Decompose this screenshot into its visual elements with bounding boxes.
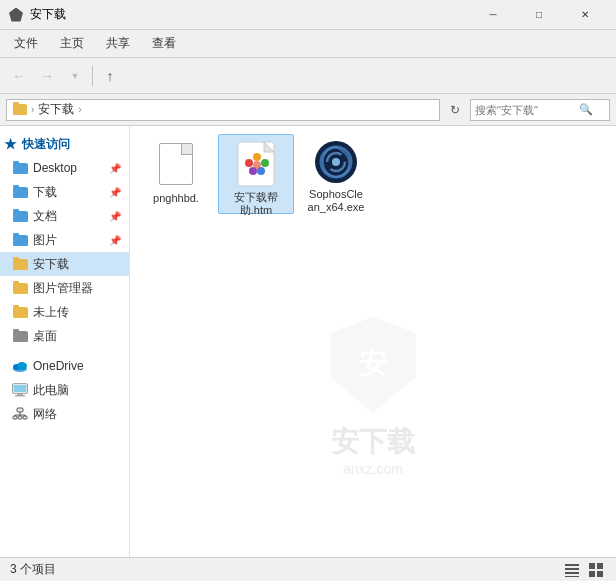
sidebar-label-pictures: 图片 xyxy=(33,232,57,249)
svg-rect-32 xyxy=(565,568,579,570)
sidebar-item-unuploaded[interactable]: 未上传 xyxy=(0,300,129,324)
svg-rect-5 xyxy=(14,385,26,392)
breadcrumb-arrow2: › xyxy=(78,104,81,115)
thispc-label: 此电脑 xyxy=(33,382,69,399)
svg-rect-10 xyxy=(18,416,22,419)
svg-rect-34 xyxy=(565,576,579,577)
back-button[interactable]: ← xyxy=(6,63,32,89)
file-label-sophos: SophosClean_x64.exe xyxy=(308,188,365,214)
svg-point-30 xyxy=(332,158,340,166)
recent-button[interactable]: ▼ xyxy=(62,63,88,89)
refresh-button[interactable]: ↻ xyxy=(444,99,466,121)
sidebar-quick-access-header: ★ 快速访问 xyxy=(0,132,129,156)
breadcrumb[interactable]: › 安下载 › xyxy=(6,99,440,121)
forward-button[interactable]: → xyxy=(34,63,60,89)
up-button[interactable]: ↑ xyxy=(97,63,123,89)
svg-rect-33 xyxy=(565,572,579,574)
thispc-icon xyxy=(12,382,28,398)
sidebar-label-downloads: 下载 xyxy=(33,184,57,201)
sidebar-item-desktop2[interactable]: 桌面 xyxy=(0,324,129,348)
title-bar-left: 安下载 xyxy=(8,6,470,23)
search-icon: 🔍 xyxy=(579,103,593,116)
network-icon xyxy=(12,406,28,422)
sidebar-label-anxz: 安下载 xyxy=(33,256,69,273)
title-bar-title: 安下载 xyxy=(30,6,66,23)
sidebar-label-desktop2: 桌面 xyxy=(33,328,57,345)
svg-text:安: 安 xyxy=(357,347,387,379)
file-label-pnghhbd: pnghhbd. xyxy=(153,192,199,205)
svg-rect-6 xyxy=(17,393,23,395)
onedrive-icon xyxy=(12,358,28,374)
main-area: ★ 快速访问 Desktop 📌 下载 📌 文档 📌 xyxy=(0,126,616,557)
sidebar-item-desktop[interactable]: Desktop 📌 xyxy=(0,156,129,180)
svg-point-2 xyxy=(17,362,27,370)
sidebar-item-downloads[interactable]: 下载 📌 xyxy=(0,180,129,204)
file-icon-htm xyxy=(232,141,280,187)
close-button[interactable]: ✕ xyxy=(562,0,608,30)
sidebar-label-imgmanager: 图片管理器 xyxy=(33,280,93,297)
title-bar-controls: ─ □ ✕ xyxy=(470,0,608,30)
onedrive-label: OneDrive xyxy=(33,359,84,373)
svg-point-22 xyxy=(253,153,261,161)
svg-rect-8 xyxy=(17,408,23,412)
file-area: 安 安下载 anxz.com pnghhbd. xyxy=(130,126,616,557)
menu-view[interactable]: 查看 xyxy=(142,31,186,56)
status-count: 3 个项目 xyxy=(10,561,56,578)
minimize-button[interactable]: ─ xyxy=(470,0,516,30)
svg-rect-31 xyxy=(565,564,579,566)
sidebar-label-unuploaded: 未上传 xyxy=(33,304,69,321)
sidebar-item-imgmanager[interactable]: 图片管理器 xyxy=(0,276,129,300)
window-icon xyxy=(8,7,24,23)
file-item-sophos[interactable]: SophosClean_x64.exe xyxy=(298,134,374,214)
search-box[interactable]: 🔍 xyxy=(470,99,610,121)
folder-icon-downloads xyxy=(12,184,28,200)
folder-icon-unuploaded xyxy=(12,304,28,320)
menu-home[interactable]: 主页 xyxy=(50,31,94,56)
quick-access-label: 快速访问 xyxy=(22,136,70,153)
sidebar-item-anxz[interactable]: 安下载 xyxy=(0,252,129,276)
breadcrumb-current: 安下载 xyxy=(38,101,74,118)
pin-icon-documents: 📌 xyxy=(109,211,121,222)
breadcrumb-arrow: › xyxy=(31,104,34,115)
network-label: 网络 xyxy=(33,406,57,423)
sidebar-item-thispc[interactable]: 此电脑 xyxy=(0,378,129,402)
svg-point-23 xyxy=(261,159,269,167)
svg-rect-37 xyxy=(589,571,595,577)
breadcrumb-folder xyxy=(13,104,27,115)
title-bar: 安下载 ─ □ ✕ xyxy=(0,0,616,30)
pin-icon-pictures: 📌 xyxy=(109,235,121,246)
svg-point-21 xyxy=(245,159,253,167)
file-icon-generic xyxy=(152,140,200,188)
star-icon: ★ xyxy=(4,136,17,152)
file-item-pnghhbd[interactable]: pnghhbd. xyxy=(138,134,214,214)
toolbar-separator xyxy=(92,66,93,86)
svg-point-26 xyxy=(253,161,261,169)
sidebar-item-network[interactable]: 网络 xyxy=(0,402,129,426)
sidebar-item-documents[interactable]: 文档 📌 xyxy=(0,204,129,228)
svg-rect-38 xyxy=(597,571,603,577)
search-input[interactable] xyxy=(475,104,575,116)
sidebar-label-desktop: Desktop xyxy=(33,161,77,175)
pin-icon-desktop: 📌 xyxy=(109,163,121,174)
svg-rect-35 xyxy=(589,563,595,569)
file-item-htm[interactable]: 安下载帮助.htm xyxy=(218,134,294,214)
file-icon-sophos xyxy=(312,140,360,184)
folder-icon-documents xyxy=(12,208,28,224)
sidebar-item-pictures[interactable]: 图片 📌 xyxy=(0,228,129,252)
sidebar: ★ 快速访问 Desktop 📌 下载 📌 文档 📌 xyxy=(0,126,130,557)
watermark-sub: anxz.com xyxy=(343,461,403,477)
menu-file[interactable]: 文件 xyxy=(4,31,48,56)
pin-icon-downloads: 📌 xyxy=(109,187,121,198)
watermark-text: 安下载 xyxy=(331,423,415,461)
menu-share[interactable]: 共享 xyxy=(96,31,140,56)
status-bar: 3 个项目 xyxy=(0,557,616,581)
maximize-button[interactable]: □ xyxy=(516,0,562,30)
sidebar-label-documents: 文档 xyxy=(33,208,57,225)
status-view-icons xyxy=(562,560,606,580)
view-grid-button[interactable] xyxy=(586,560,606,580)
view-details-button[interactable] xyxy=(562,560,582,580)
folder-icon-pictures xyxy=(12,232,28,248)
toolbar: ← → ▼ ↑ xyxy=(0,58,616,94)
folder-icon-anxz xyxy=(12,256,28,272)
sidebar-item-onedrive[interactable]: OneDrive xyxy=(0,354,129,378)
